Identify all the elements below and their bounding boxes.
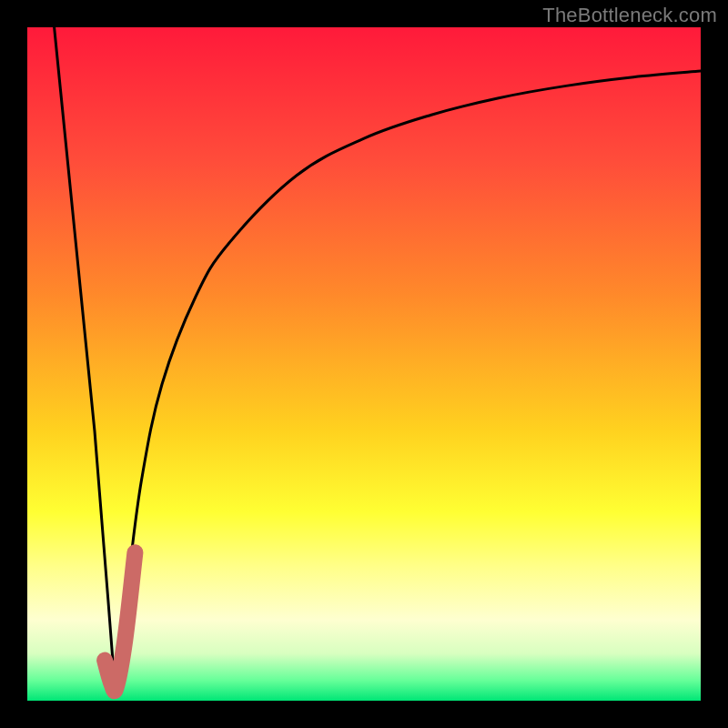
right-curve-line <box>115 71 701 687</box>
left-wall-line <box>55 27 116 687</box>
plot-area <box>27 27 701 701</box>
attribution-text: TheBottleneck.com <box>542 4 717 27</box>
curves-layer <box>27 27 701 701</box>
chart-frame: TheBottleneck.com <box>0 0 728 728</box>
